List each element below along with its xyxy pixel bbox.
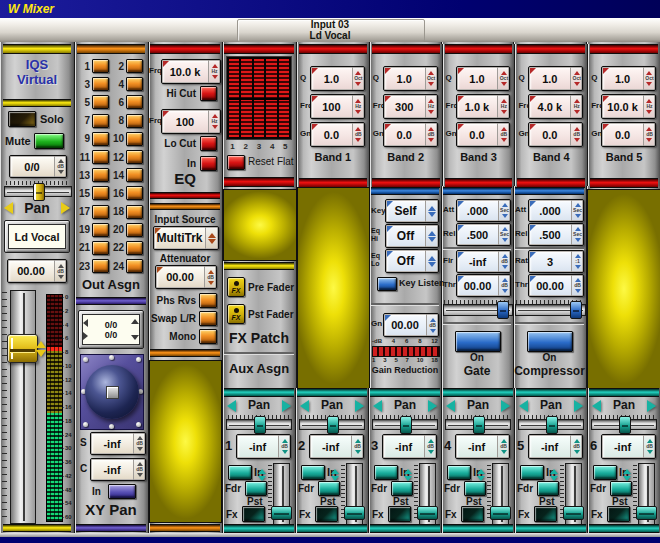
eq-in-button[interactable] [200,156,217,171]
xy-s-spinner[interactable]: -inf dB [90,432,146,455]
gate-thr-spinner[interactable]: 00.00 dB [456,274,511,297]
key-listen-button[interactable] [377,277,397,291]
pan-slider-handle[interactable] [33,183,45,201]
aux-fader[interactable] [419,463,436,525]
aux-level-spinner[interactable]: -inf dB [528,434,583,459]
band-frq-spinner[interactable]: 100 Hz [310,94,365,119]
aux-fader-nudge-arrows[interactable] [550,469,558,481]
aux-level-spinner[interactable]: -inf dB [309,434,364,459]
xy-c-spinner[interactable]: -inf dB [90,458,146,481]
aux-fx-button[interactable] [388,506,411,522]
gate-rel-spinner[interactable]: .500 Sec [456,223,511,246]
out-assign-button[interactable] [126,223,143,237]
out-assign-button[interactable] [126,59,143,73]
comp-slider-handle[interactable] [570,301,582,319]
hi-cut-frq-spinner[interactable]: 10.0 k Hz [161,59,221,84]
key-eq-hi-dropdown[interactable]: Off [385,224,439,248]
out-assign-button[interactable] [92,59,109,73]
band-frq-spinner[interactable]: 10.0 k Hz [601,94,656,119]
gate-att-spinner[interactable]: .000 Sec [456,199,511,222]
gate-on-button[interactable] [455,331,501,352]
pst-fader-fx-button[interactable]: FX [227,304,245,324]
band-gn-spinner[interactable]: 0.0 dB [310,122,365,147]
aux-fader[interactable] [346,463,363,525]
gate-threshold-slider[interactable] [443,304,513,316]
aux-level-spinner[interactable]: -inf dB [236,434,291,459]
aux-pan-right-arrow[interactable] [355,400,364,412]
aux-fader-nudge-arrows[interactable] [404,469,412,481]
aux-fx-button[interactable] [534,506,557,522]
key-eq-lo-dropdown[interactable]: Off [385,249,439,273]
aux-pan-right-arrow[interactable] [428,400,437,412]
aux-fdr-button[interactable] [610,481,632,496]
aux-fader-handle[interactable] [417,506,438,520]
band-gn-spinner[interactable]: 0.0 dB [383,122,438,147]
aux-fx-button[interactable] [242,506,265,522]
spinner-arrows[interactable]: dB [54,260,66,282]
xy-joystick-ball[interactable] [85,365,139,419]
out-assign-button[interactable] [126,77,143,91]
aux-fader-handle[interactable] [636,506,657,520]
out-assign-button[interactable] [92,223,109,237]
aux-pan-slider[interactable] [518,419,584,430]
aux-pan-handle[interactable] [400,416,412,434]
aux-fx-button[interactable] [315,506,338,522]
band-q-spinner[interactable]: 1.0 Oct [383,66,438,91]
xy-joystick-knob[interactable] [106,386,119,399]
reset-flat-button[interactable] [227,155,245,170]
band-gn-spinner[interactable]: 0.0 dB [528,122,583,147]
track-name-box[interactable]: Ld Vocal [4,220,70,253]
xy-pan-pad[interactable] [80,354,144,430]
key-source-dropdown[interactable]: Self [385,199,439,223]
aux-in-button[interactable] [447,465,471,480]
mono-button[interactable] [199,329,217,344]
aux-fader-handle[interactable] [563,506,584,520]
aux-fx-button[interactable] [461,506,484,522]
out-assign-button[interactable] [126,132,143,146]
aux-in-button[interactable] [228,465,252,480]
aux-fader-handle[interactable] [344,506,365,520]
aux-pan-right-arrow[interactable] [647,400,656,412]
gr-gain-spinner[interactable]: 00.00 dB [383,313,439,337]
title-bar[interactable]: W Mixer [0,0,660,19]
gate-slider-handle[interactable] [497,301,509,319]
spinner-arrows[interactable]: dB [54,156,66,177]
lo-cut-button[interactable] [200,136,217,151]
xy-left-arrow[interactable] [83,319,88,327]
aux-pan-slider[interactable] [445,419,511,430]
aux-pan-slider[interactable] [226,419,292,430]
xy-value-box[interactable]: 0/0 0/0 [78,310,144,349]
pre-fader-fx-button[interactable]: FX [227,277,245,297]
xy-in-button[interactable] [108,484,136,499]
aux-pan-handle[interactable] [327,416,339,434]
aux-fader[interactable] [638,463,655,525]
fader-nudge-arrows[interactable] [36,341,46,357]
eq-curve-display[interactable] [226,56,292,140]
band-gn-spinner[interactable]: 0.0 dB [456,122,511,147]
comp-threshold-slider[interactable] [515,304,586,316]
aux-fader-nudge-arrows[interactable] [477,469,485,481]
comp-on-button[interactable] [527,331,573,352]
aux-in-button[interactable] [374,465,398,480]
comp-rat-spinner[interactable]: 3 :1 [528,250,584,273]
channel-fader-handle[interactable] [7,334,38,363]
out-assign-button[interactable] [92,241,109,255]
aux-fader-nudge-arrows[interactable] [258,469,266,481]
out-assign-button[interactable] [126,259,143,273]
aux-pan-slider[interactable] [372,419,438,430]
aux-pan-right-arrow[interactable] [574,400,583,412]
aux-pan-handle[interactable] [546,416,558,434]
xy-down-arrow[interactable] [131,335,139,340]
out-assign-button[interactable] [92,114,109,128]
swap-lr-button[interactable] [199,311,217,326]
comp-thr-spinner[interactable]: 00.00 dB [528,274,584,297]
aux-pan-slider[interactable] [299,419,365,430]
out-assign-button[interactable] [92,205,109,219]
aux-level-spinner[interactable]: -inf dB [382,434,437,459]
aux-fader[interactable] [565,463,582,525]
aux-level-spinner[interactable]: -inf dB [601,434,656,459]
lo-cut-frq-spinner[interactable]: 100 Hz [161,109,221,134]
aux-in-button[interactable] [520,465,544,480]
aux-fader-handle[interactable] [490,506,511,520]
channel-fader[interactable] [10,290,36,524]
